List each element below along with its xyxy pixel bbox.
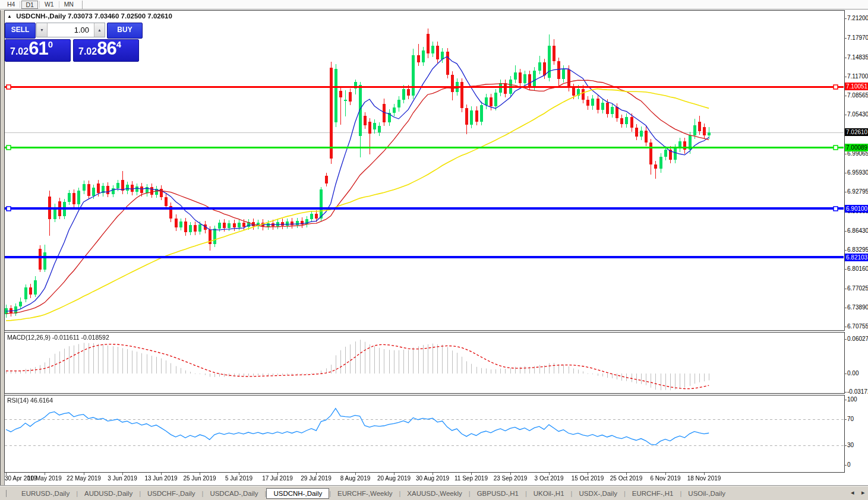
volume-stepper: ▾ 1.00 ▴: [36, 23, 105, 37]
tabs-scroll-right-icon[interactable]: ▸: [861, 489, 865, 496]
date-label: 5 Jul 2019: [225, 475, 252, 482]
price-tick-label: 6.95930: [847, 169, 867, 176]
symbol-tab-usoil-daily[interactable]: USOil-,Daily: [681, 488, 732, 499]
axis-tick-mark: [844, 289, 847, 289]
price-tick-label: 7.11700: [847, 73, 867, 80]
symbol-tab-eurchf-h1[interactable]: EURCHF-,H1: [626, 488, 680, 499]
price-tick-label: 6.77025: [847, 285, 867, 292]
symbol-tab-usdcad-daily[interactable]: USDCAD-,Daily: [203, 488, 264, 499]
symbol-tab-eurchf-weekly[interactable]: EURCHF-,Weekly: [331, 488, 399, 499]
date-label: 18 Nov 2019: [687, 475, 721, 482]
chart-title: ▲ USDCNH-,Daily 7.03073 7.03460 7.02500 …: [7, 12, 172, 20]
level-price-chip: 6.82103: [845, 254, 868, 261]
current-price-chip: 7.02610: [845, 128, 868, 136]
timeframe-button-d1[interactable]: D1: [21, 1, 37, 9]
axis-tick-mark: [844, 269, 847, 270]
level-price-chip: 7.10051: [845, 83, 868, 90]
level-price-chip: 7.00089: [845, 144, 868, 151]
price-tick-label: 6.83295: [847, 246, 867, 254]
axis-tick-mark: [844, 400, 847, 400]
rsi-canvas[interactable]: [5, 395, 844, 472]
axis-tick-mark: [844, 77, 847, 77]
axis-tick-mark: [844, 250, 847, 251]
symbol-tab-eurusd-daily[interactable]: EURUSD-,Daily: [15, 488, 76, 499]
date-label: 20 Aug 2019: [377, 475, 411, 482]
rsi-tick-label: 100: [847, 396, 867, 403]
timeframe-button-h4[interactable]: H4: [4, 1, 18, 8]
timeframe-button-mn[interactable]: MN: [61, 1, 77, 8]
date-label: 23 Sep 2019: [494, 475, 528, 482]
axis-tick-mark: [844, 465, 847, 466]
buy-price-sup: 4: [116, 39, 121, 49]
price-tick-label: 7.14835: [847, 54, 867, 61]
symbol-tab-xauusd-weekly[interactable]: XAUUSD-,Weekly: [400, 488, 468, 499]
date-label: 3 Jun 2019: [108, 475, 137, 482]
axis-tick-mark: [844, 327, 847, 327]
tabs-scroll-left-icon[interactable]: ◂: [851, 489, 854, 496]
axis-tick-mark: [844, 173, 847, 173]
symbol-tab-audusd-daily[interactable]: AUDUSD-,Daily: [78, 488, 139, 499]
rsi-tick-label: 0: [847, 461, 867, 469]
axis-tick-mark: [844, 419, 847, 420]
macd-tick-label: 0.00: [847, 370, 867, 377]
sell-price-sup: 0: [48, 39, 53, 49]
date-label: 8 Aug 2019: [340, 475, 371, 482]
timeframe-button-w1[interactable]: W1: [41, 1, 58, 8]
date-label: 22 May 2019: [67, 475, 101, 482]
date-label: 30 Aug 2019: [416, 475, 449, 482]
toolbar-separator: [82, 1, 83, 9]
date-label: 11 Sep 2019: [454, 475, 488, 482]
symbol-tab-ukoil-h1[interactable]: UKOil-,H1: [527, 488, 571, 499]
symbol-tab-usdx-daily[interactable]: USDX-,Daily: [572, 488, 624, 499]
price-tick-label: 6.92795: [847, 188, 867, 195]
timeframe-toolbar: H4D1W1MN: [0, 0, 868, 9]
macd-tick-label: 0.060273: [847, 336, 867, 343]
axis-tick-mark: [844, 308, 847, 308]
volume-input[interactable]: 1.00: [48, 23, 94, 37]
toolbar-separator: [20, 1, 20, 8]
axis-tick-mark: [844, 58, 847, 58]
toolbar-separator: [59, 1, 59, 8]
date-label: 10 May 2019: [27, 475, 62, 482]
axis-tick-mark: [844, 374, 847, 374]
macd-canvas[interactable]: [5, 333, 844, 393]
collapse-triangle-icon[interactable]: ▲: [7, 14, 12, 19]
toolbar-separator: [39, 1, 40, 8]
trade-controls-row: SELL ▾ 1.00 ▴ BUY: [5, 23, 143, 37]
symbol-tab-usdchf-daily[interactable]: USDCHF-,Daily: [141, 488, 202, 499]
buy-price-big: 7.02: [78, 46, 97, 56]
date-label: 25 Jun 2019: [183, 475, 216, 482]
axis-tick-mark: [844, 18, 847, 19]
chart-symbol-label: USDCNH-,Daily: [16, 12, 66, 20]
chart-ohlc-quote: 7.03073 7.03460 7.02500 7.02610: [68, 12, 172, 20]
axis-tick-mark: [844, 96, 847, 96]
rsi-label: RSI(14) 46.6164: [7, 397, 53, 404]
buy-price-box[interactable]: 7.02864: [73, 39, 139, 62]
date-label: 6 Nov 2019: [650, 475, 680, 482]
date-label: 13 Jun 2019: [144, 475, 177, 482]
axis-tick-mark: [844, 154, 847, 154]
date-label: 3 Oct 2019: [535, 475, 564, 482]
rsi-tick-label: 30: [847, 442, 867, 449]
axis-tick-mark: [844, 339, 847, 340]
sell-button[interactable]: SELL: [5, 23, 36, 39]
axis-tick-mark: [844, 231, 847, 232]
price-tick-label: 6.86430: [847, 227, 867, 235]
buy-button[interactable]: BUY: [107, 23, 143, 39]
rsi-tick-label: 70: [847, 416, 867, 423]
date-label: 17 Jul 2019: [262, 475, 293, 482]
price-tick-label: 7.21200: [847, 15, 867, 22]
axis-tick-mark: [844, 445, 847, 446]
sell-price-main: 61: [29, 38, 48, 59]
axis-tick-mark: [844, 392, 847, 393]
date-label: 25 Oct 2019: [610, 475, 642, 482]
volume-decrease-button[interactable]: ▾: [37, 23, 48, 37]
volume-increase-button[interactable]: ▴: [94, 23, 105, 37]
sell-price-box[interactable]: 7.02610: [5, 39, 71, 62]
price-tick-label: 7.17970: [847, 34, 867, 42]
metatrader-window: H4D1W1MN ▲ USDCNH-,Daily 7.03073 7.03460…: [0, 0, 868, 500]
symbol-tab-usdcnh-daily[interactable]: USDCNH-,Daily: [266, 488, 329, 499]
symbol-tabbar: EURUSD-,Daily|AUDUSD-,Daily|USDCHF-,Dail…: [0, 485, 868, 500]
symbol-tab-gbpusd-h1[interactable]: GBPUSD-,H1: [471, 488, 525, 499]
price-tick-label: 6.80160: [847, 265, 867, 273]
